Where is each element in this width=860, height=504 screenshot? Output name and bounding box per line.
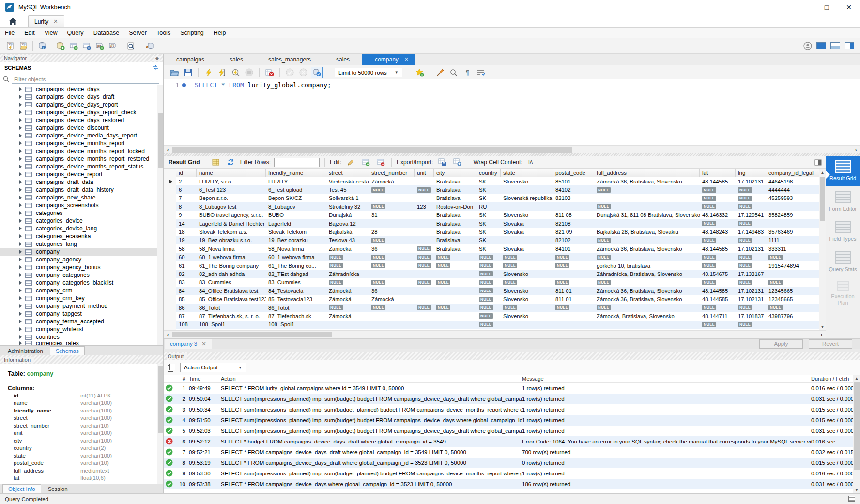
execute-current-icon[interactable] xyxy=(216,67,228,78)
expand-arrow-icon[interactable] xyxy=(19,103,22,107)
reconnect-icon[interactable] xyxy=(143,40,156,52)
grid-cell[interactable]: SK xyxy=(476,244,501,253)
grid-cell[interactable]: 4444444 xyxy=(766,185,816,194)
grid-cell[interactable]: Bratislava xyxy=(434,194,476,202)
grid-cell[interactable]: NULL xyxy=(700,321,736,329)
grid-row[interactable]: 8383_Cummies83_CummiesNULLNULLNULLNULLNU… xyxy=(164,278,819,287)
expand-arrow-icon[interactable] xyxy=(19,242,22,246)
grid-cell[interactable]: NULL xyxy=(501,261,553,270)
grid-cell[interactable]: NULL xyxy=(476,253,501,261)
query-tab-sales[interactable]: sales xyxy=(323,54,362,65)
row-marker[interactable] xyxy=(164,304,176,312)
grid-cell[interactable] xyxy=(415,228,434,236)
grid-cell[interactable]: SK xyxy=(476,236,501,244)
grid-cell[interactable]: NULL xyxy=(700,219,736,228)
grid-cell[interactable]: NULL xyxy=(700,236,736,244)
tree-item-company_terms_accepted[interactable]: company_terms_accepted xyxy=(0,318,163,325)
grid-cell[interactable]: NULL xyxy=(736,253,766,261)
grid-cell[interactable] xyxy=(415,177,434,185)
grid-column-header-name[interactable]: name xyxy=(197,169,266,177)
grid-cell[interactable] xyxy=(369,270,415,278)
panel-left-icon[interactable] xyxy=(816,42,826,49)
expand-arrow-icon[interactable] xyxy=(19,227,22,230)
open-file-icon[interactable] xyxy=(169,67,181,78)
grid-cell[interactable]: 86_Totot xyxy=(197,304,266,312)
grid-cell[interactable]: NULL xyxy=(369,278,415,287)
grid-cell[interactable] xyxy=(415,312,434,320)
status-grid-icon[interactable] xyxy=(848,496,855,503)
strip-item-query-stats[interactable]: Query Stats xyxy=(826,247,860,277)
save-icon[interactable] xyxy=(182,67,194,78)
grid-cell[interactable]: NULL xyxy=(594,236,700,244)
grid-cell[interactable]: 43987796 xyxy=(766,312,816,320)
grid-row[interactable]: 5858_Nova firma58_Nova firmaZamocka36NUL… xyxy=(164,244,819,253)
objinfo-tab-object-info[interactable]: Object Info xyxy=(2,484,41,493)
tree-item-categories_ecasenka[interactable]: categories_ecasenka xyxy=(0,232,163,240)
grid-column-header-unit[interactable]: unit xyxy=(415,169,434,177)
grid-cell[interactable]: 83 xyxy=(176,278,197,287)
grid-cell[interactable]: 84 xyxy=(176,287,197,295)
grid-cell[interactable]: NULL xyxy=(326,253,369,261)
grid-cell[interactable] xyxy=(501,202,553,211)
grid-cell[interactable]: 123 xyxy=(415,202,434,211)
tree-scrollbar[interactable] xyxy=(157,85,163,345)
grid-row[interactable]: 1919_Bez obrazku s.r.o.19_Bez obrazkuTes… xyxy=(164,236,819,244)
grid-cell[interactable]: Rostov-on-Don xyxy=(434,202,476,211)
output-row[interactable]: 809:53:19SELECT * FROM campaigns_device_… xyxy=(164,458,860,468)
grid-cell[interactable]: NULL xyxy=(594,253,700,261)
expand-arrow-icon[interactable] xyxy=(19,265,22,269)
grid-cell[interactable]: 8 xyxy=(176,202,197,211)
grid-cell[interactable] xyxy=(415,295,434,303)
grid-column-header-lat[interactable]: lat xyxy=(700,169,736,177)
grid-cell[interactable]: NULL xyxy=(700,278,736,287)
grid-cell[interactable]: 35763469 xyxy=(766,228,816,236)
grid-cell[interactable]: NULL xyxy=(736,202,766,211)
grid-cell[interactable]: 1915474894 xyxy=(766,261,816,270)
scroll-left-icon[interactable]: ‹ xyxy=(164,331,172,338)
grid-cell[interactable]: SK xyxy=(476,228,501,236)
grid-cell[interactable]: NULL xyxy=(700,304,736,312)
grid-cell[interactable] xyxy=(766,202,816,211)
row-marker[interactable] xyxy=(164,261,176,270)
grid-cell[interactable]: NULL xyxy=(434,253,476,261)
grid-vscroll-thumb[interactable] xyxy=(820,177,825,221)
grid-cell[interactable]: 87_Tiefenbach.sk, s. r. o. xyxy=(197,312,266,320)
grid-column-header-company_id_legal[interactable]: company_id_legal xyxy=(766,169,816,177)
grid-cell[interactable]: NULL xyxy=(415,261,434,270)
grid-cell[interactable]: Zámocká 36, Bratislava, Slovensko xyxy=(594,287,700,295)
menu-file[interactable]: File xyxy=(0,28,19,38)
grid-cell[interactable]: 84_Office Bratislava test xyxy=(197,287,266,295)
find-icon[interactable] xyxy=(448,67,460,78)
grid-cell[interactable]: 333311 xyxy=(766,244,816,253)
grid-cell[interactable]: 48.144585 xyxy=(700,177,736,185)
expand-arrow-icon[interactable] xyxy=(19,335,22,339)
close-result-tab-icon[interactable]: ✕ xyxy=(201,340,206,347)
grid-row[interactable]: 66_Test 1236_Test uploadTest 45NULLNULLB… xyxy=(164,185,819,194)
tree-item-company_categories[interactable]: company_categories xyxy=(0,271,163,279)
grid-cell[interactable]: Slovakia xyxy=(501,228,553,236)
output-row[interactable]: 209:50:04SELECT sum(impressions_planned)… xyxy=(164,394,860,404)
grid-cell[interactable]: RU xyxy=(476,202,501,211)
output-row[interactable]: 309:50:34SELECT sum(impressions_planned)… xyxy=(164,404,860,415)
grid-cell[interactable]: NULL xyxy=(369,253,415,261)
grid-cell[interactable]: 48.144585 xyxy=(700,244,736,253)
grid-cell[interactable]: Zámocká xyxy=(369,177,415,185)
grid-column-header-full_address[interactable]: full_address xyxy=(594,169,700,177)
menu-query[interactable]: Query xyxy=(62,28,89,38)
panel-bottom-icon[interactable] xyxy=(830,42,840,49)
query-tab-campaigns[interactable]: campaigns xyxy=(164,54,217,65)
menu-edit[interactable]: Edit xyxy=(19,28,40,38)
grid-cell[interactable]: Záhradnícka, Bratislava, Slovensko xyxy=(594,270,700,278)
sql-editor[interactable]: 1 SELECT * FROM lurity_global.company; xyxy=(164,79,860,145)
grid-cell[interactable]: Solivarská 1 xyxy=(326,194,369,202)
grid-row[interactable]: 9BUBO travel agency, s.r.o.BUBODunajská3… xyxy=(164,211,819,219)
grid-cell[interactable]: Slovenská republika xyxy=(501,194,553,202)
sql-code-line[interactable]: SELECT * FROM lurity_global.company; xyxy=(188,79,331,145)
tree-item-campaigns_draft_data_history[interactable]: campaigns_draft_data_history xyxy=(0,186,163,194)
grid-cell[interactable]: NULL xyxy=(476,261,501,270)
output-row[interactable]: 409:51:50SELECT sum(impressions_planned)… xyxy=(164,415,860,426)
grid-cell[interactable] xyxy=(594,321,700,329)
row-marker[interactable] xyxy=(164,194,176,202)
grid-column-header-street_number[interactable]: street_number xyxy=(369,169,415,177)
grid-cell[interactable]: Bajzova 12 xyxy=(326,219,369,228)
